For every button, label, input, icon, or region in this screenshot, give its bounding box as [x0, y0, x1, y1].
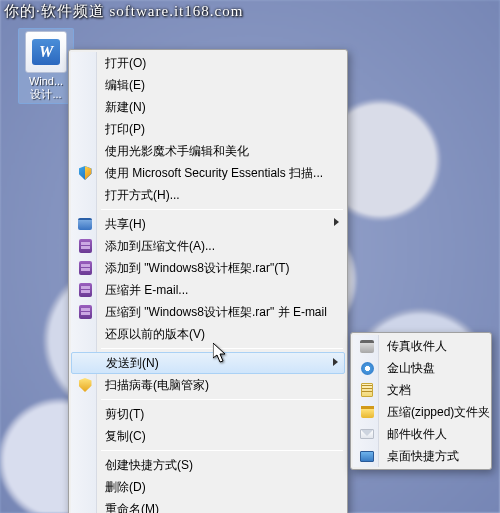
submenu-zipped[interactable]: 压缩(zipped)文件夹 [353, 401, 489, 423]
submenu-desktop-shortcut[interactable]: 桌面快捷方式 [353, 445, 489, 467]
share-icon [77, 216, 93, 232]
menu-add-archive[interactable]: 添加到压缩文件(A)... [71, 235, 345, 257]
menu-rename[interactable]: 重命名(M) [71, 498, 345, 513]
menu-separator [101, 450, 343, 451]
menu-restore-previous[interactable]: 还原以前的版本(V) [71, 323, 345, 345]
submenu-mail[interactable]: 邮件收件人 [353, 423, 489, 445]
menu-copy[interactable]: 复制(C) [71, 425, 345, 447]
rar-icon [77, 260, 93, 276]
fax-icon [359, 338, 375, 354]
rar-icon [77, 238, 93, 254]
menu-share[interactable]: 共享(H) [71, 213, 345, 235]
menu-separator [101, 209, 343, 210]
desktop-file-label: Wind... 设计... [29, 75, 63, 101]
submenu-documents[interactable]: 文档 [353, 379, 489, 401]
menu-open-with[interactable]: 打开方式(H)... [71, 184, 345, 206]
desktop-file-icon[interactable]: W Wind... 设计... [18, 28, 74, 104]
menu-edit[interactable]: 编辑(E) [71, 74, 345, 96]
submenu-fax[interactable]: 传真收件人 [353, 335, 489, 357]
chevron-right-icon [334, 218, 339, 226]
menu-guangying[interactable]: 使用光影魔术手编辑和美化 [71, 140, 345, 162]
mail-icon [359, 426, 375, 442]
desktop-icon [359, 448, 375, 464]
menu-create-shortcut[interactable]: 创建快捷方式(S) [71, 454, 345, 476]
menu-print[interactable]: 打印(P) [71, 118, 345, 140]
menu-scan-virus[interactable]: 扫描病毒(电脑管家) [71, 374, 345, 396]
shield-icon [77, 377, 93, 393]
rar-icon [77, 304, 93, 320]
zip-icon [359, 404, 375, 420]
menu-new[interactable]: 新建(N) [71, 96, 345, 118]
rar-icon [77, 282, 93, 298]
document-icon [359, 382, 375, 398]
menu-cut[interactable]: 剪切(T) [71, 403, 345, 425]
menu-separator [101, 399, 343, 400]
menu-mse-scan[interactable]: 使用 Microsoft Security Essentials 扫描... [71, 162, 345, 184]
chevron-right-icon [333, 358, 338, 366]
menu-delete[interactable]: 删除(D) [71, 476, 345, 498]
menu-compress-named-email[interactable]: 压缩到 "Windows8设计框架.rar" 并 E-mail [71, 301, 345, 323]
context-menu: 打开(O) 编辑(E) 新建(N) 打印(P) 使用光影魔术手编辑和美化 使用 … [68, 49, 348, 513]
menu-separator [101, 348, 343, 349]
disk-icon [359, 360, 375, 376]
menu-open[interactable]: 打开(O) [71, 52, 345, 74]
submenu-kuaipan[interactable]: 金山快盘 [353, 357, 489, 379]
send-to-submenu: 传真收件人 金山快盘 文档 压缩(zipped)文件夹 邮件收件人 桌面快捷方式 [350, 332, 492, 470]
menu-send-to[interactable]: 发送到(N) [71, 352, 345, 374]
menu-compress-email[interactable]: 压缩并 E-mail... [71, 279, 345, 301]
word-icon: W [25, 31, 67, 73]
menu-add-to-named[interactable]: 添加到 "Windows8设计框架.rar"(T) [71, 257, 345, 279]
shield-icon [77, 165, 93, 181]
